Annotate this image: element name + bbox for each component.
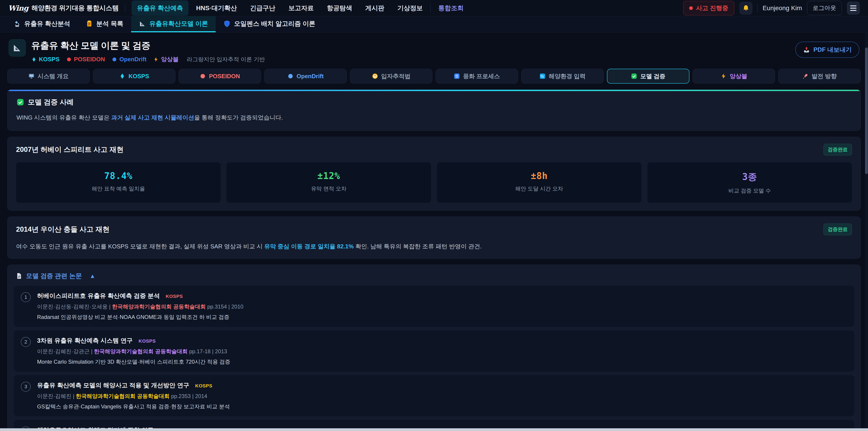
paper-pages-year: pp.2353 | 2014 xyxy=(169,393,207,399)
incident-status-label: 사고 진행중 xyxy=(696,4,728,12)
section-nav-button[interactable]: 해양환경 입력 xyxy=(521,69,604,84)
paper-description: Radarsat 인공위성영상 비교 분석·NOAA GNOME과 동일 입력조… xyxy=(37,313,243,321)
topnav-right: 사고 진행중 Eunjeong Kim 로그아웃 xyxy=(683,1,860,16)
main-menu-item[interactable]: 기상정보 xyxy=(392,0,428,16)
monitor-icon xyxy=(28,73,35,79)
logo-wing-text: Wing xyxy=(8,4,28,12)
intro-highlight: 과거 실제 사고 재현 시뮬레이션 xyxy=(111,114,194,121)
section-nav-button[interactable]: POSEIDON xyxy=(179,69,261,84)
section-nav-label: 입자추적법 xyxy=(381,72,410,80)
paper-meta: 이문진·김선동·김혜진·오세웅 | 한국해양과학기술협의회 공동학술대회 pp.… xyxy=(37,303,243,310)
papers-title: 모델 검증 관련 논문 xyxy=(26,272,82,280)
paper-description: GS칼텍스 송유관·Captain Vangelis 유출사고 적용 검증·현장… xyxy=(37,403,230,410)
stat-box: 78.4%해안 표착 예측 일치율 xyxy=(16,162,221,203)
app-title: 해양환경 위기대응 통합시스템 xyxy=(31,4,119,13)
validation-intro-card: 모델 검증 사례 WING 시스템의 유출유 확산 모델은 과거 실제 사고 재… xyxy=(7,90,861,131)
horizontal-scrollbar[interactable] xyxy=(0,428,868,431)
section-nav-label: 모델 검증 xyxy=(640,72,665,80)
section-nav-button[interactable]: 발전 방향 xyxy=(778,69,861,84)
section-nav-button[interactable]: 시스템 개요 xyxy=(7,69,90,84)
verified-badge: 검증완료 xyxy=(824,223,852,235)
section-nav-button[interactable]: KOSPS xyxy=(93,69,176,84)
stat-label: 해안 도달 시간 오차 xyxy=(439,185,639,192)
collapse-toggle[interactable]: ▲ xyxy=(90,273,95,280)
paper-row[interactable]: 1허베이스피리트호 유출유 확산예측 검증 분석KOSPS이문진·김선동·김혜진… xyxy=(14,286,854,327)
verified-badge: 검증완료 xyxy=(824,144,852,155)
document-icon xyxy=(16,273,22,279)
pdf-export-button[interactable]: PDF 내보내기 xyxy=(795,41,860,58)
paper-authors: 이문진·김선동·김혜진·오세웅 | xyxy=(37,304,112,310)
logout-button[interactable]: 로그아웃 xyxy=(807,1,842,15)
stat-box: ±8h해안 도달 시간 오차 xyxy=(437,162,642,203)
app-logo[interactable]: Wing 해양환경 위기대응 통합시스템 xyxy=(8,4,119,13)
section-nav-button[interactable]: OpenDrift xyxy=(264,69,347,84)
main-menu-item[interactable]: 긴급구난 xyxy=(245,0,281,16)
paper-row[interactable]: 3유출유 확산예측 모델의 해양사고 적용 및 개선방안 연구KOSPS이문진·… xyxy=(14,375,854,416)
section-nav-button[interactable]: 입자추적법 xyxy=(350,69,432,84)
pdf-export-label: PDF 내보내기 xyxy=(813,45,852,54)
circle-icon xyxy=(287,73,293,79)
divider xyxy=(757,4,758,12)
section-nav-button[interactable]: 풍화 프로세스 xyxy=(436,69,518,84)
case2-highlight: 유막 중심 이동 경로 일치율 82.1% xyxy=(264,243,354,250)
sub-tab-label: 유출유 확산분석 xyxy=(24,20,70,28)
bolt-icon xyxy=(720,73,727,79)
section-nav-button[interactable]: 앙상블 xyxy=(692,69,775,84)
page-header: 유출유 확산 모델 이론 및 검증 KOSPSPOSEIDONOpenDrift… xyxy=(0,33,868,67)
case-card-hebei-spirit: 2007년 허베이 스피리트 사고 재현 검증완료 78.4%해안 표착 예측 … xyxy=(7,137,861,211)
stat-value: ±8h xyxy=(439,171,639,181)
main-menu-item[interactable]: 항공탐색 xyxy=(321,0,358,16)
papers-list: 1허베이스피리트호 유출유 확산예측 검증 분석KOSPS이문진·김선동·김혜진… xyxy=(14,286,854,431)
paper-venue: 한국해양과학기술협의회 공동학술대회 xyxy=(112,304,206,310)
shield-icon xyxy=(223,20,230,27)
section-nav-button[interactable]: 모델 검증 xyxy=(607,69,689,84)
sub-tab[interactable]: 유출유확산모델 이론 xyxy=(131,16,216,32)
section-nav-label: 풍화 프로세스 xyxy=(463,72,500,80)
circle-icon xyxy=(66,57,72,62)
case1-stats: 78.4%해안 표착 예측 일치율±12%유막 면적 오차±8h해안 도달 시간… xyxy=(16,162,852,203)
compass-icon xyxy=(372,73,378,79)
model-badge: POSEIDON xyxy=(66,56,105,63)
sub-tabbar: 유출유 확산분석분석 목록유출유확산모델 이론오일펜스 배치 알고리즘 이론 xyxy=(0,16,868,33)
incident-status-badge[interactable]: 사고 진행중 xyxy=(683,1,735,16)
notifications-button[interactable] xyxy=(739,2,752,15)
intro-title: 모델 검증 사례 xyxy=(28,97,74,107)
sub-tab[interactable]: 유출유 확산분석 xyxy=(6,16,78,32)
main-menu-item[interactable]: 보고자료 xyxy=(283,0,319,16)
main-menu-item[interactable]: 통합조회 xyxy=(433,0,469,16)
paper-row[interactable]: 23차원 유출유 확산예측 시스템 연구KOSPS이문진·김혜진·강관근 | 한… xyxy=(14,331,854,372)
vertical-scrollbar-thumb[interactable] xyxy=(865,48,868,174)
case2-title: 2014년 우이산 충돌 사고 재현 xyxy=(16,225,110,234)
stat-label: 비교 검증 모델 수 xyxy=(650,187,849,194)
page-icon-tile xyxy=(8,39,26,57)
stat-value: ±12% xyxy=(229,171,429,181)
stat-label: 유막 면적 오차 xyxy=(229,185,429,192)
page-title: 유출유 확산 모델 이론 및 검증 xyxy=(31,39,265,52)
wave-icon xyxy=(539,73,546,79)
microscope-icon xyxy=(13,20,21,27)
main-menu-item[interactable]: 게시판 xyxy=(360,0,390,16)
section-nav-label: 발전 방향 xyxy=(811,72,837,80)
sub-tab[interactable]: 오일펜스 배치 알고리즘 이론 xyxy=(216,16,323,32)
main-menu-item[interactable]: HNS·대기확산 xyxy=(191,0,242,16)
paper-title: 허베이스피리트호 유출유 확산예측 검증 분석 xyxy=(37,292,160,300)
divider xyxy=(125,4,125,12)
model-badge: KOSPS xyxy=(31,56,59,63)
sub-tab-label: 유출유확산모델 이론 xyxy=(149,20,208,28)
diamond-icon xyxy=(119,73,125,79)
paper-authors: 이문진·김혜진·강관근 | xyxy=(37,348,94,355)
case2-body: 여수 오동도 인근 원유 유출 사고를 KOSPS 모델로 재현한 결과, 실제… xyxy=(16,242,852,251)
paper-pages-year: pp.3154 | 2010 xyxy=(206,304,243,310)
check-square-icon xyxy=(17,98,24,106)
paper-venue: 한국해양과학기술협의회 공동학술대회 xyxy=(94,348,188,355)
vertical-scrollbar-track xyxy=(865,33,868,428)
circle-icon xyxy=(112,57,117,62)
stat-box: 3종비교 검증 모델 수 xyxy=(647,162,852,203)
export-icon xyxy=(803,46,810,53)
main-menu-item[interactable]: 유출유 확산예측 xyxy=(131,0,188,16)
sub-tab[interactable]: 분석 목록 xyxy=(78,16,131,32)
hamburger-menu-button[interactable] xyxy=(847,2,860,15)
section-nav: 시스템 개요KOSPSPOSEIDONOpenDrift입자추적법풍화 프로세스… xyxy=(0,67,868,84)
user-name: Eunjeong Kim xyxy=(763,4,802,12)
paper-title: 유출유 확산예측 모델의 해양사고 적용 및 개선방안 연구 xyxy=(37,381,189,390)
